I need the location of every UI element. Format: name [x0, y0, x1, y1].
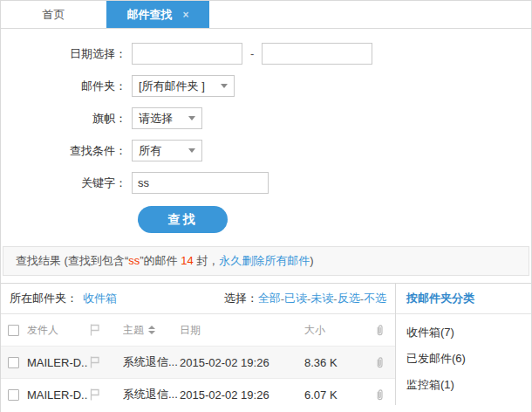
result-summary-bar: 查找结果 (查找到包含“ss”的邮件 14 封，永久删除所有邮件): [3, 246, 529, 276]
result-text-unit: 封，: [194, 254, 220, 267]
table-header-row: 发件人 主题 日期 大小: [1, 314, 395, 346]
header-subject: 主题: [123, 323, 144, 338]
current-folder-link[interactable]: 收件箱: [83, 291, 117, 306]
paperclip-icon: [374, 324, 385, 337]
sort-icon[interactable]: [148, 326, 155, 334]
result-text-prefix: 查找结果 (查找到包含“: [16, 254, 128, 267]
keyword-input[interactable]: [132, 172, 269, 194]
tab-mail-search[interactable]: 邮件查找 ×: [106, 1, 209, 28]
row-date: 2015-02-02 19:26: [180, 388, 304, 402]
row-checkbox[interactable]: [8, 389, 19, 401]
result-text-suffix: ): [310, 254, 313, 267]
keyword-label: 关键字：: [1, 175, 132, 191]
condition-select-value: 所有: [139, 143, 161, 159]
flag-icon: [88, 323, 101, 337]
row-size: 6.07 K: [304, 388, 374, 402]
select-read-link[interactable]: 已读: [284, 291, 307, 306]
folder-classification-sidebar: 按邮件夹分类 收件箱(7) 已发邮件(6) 监控箱(1): [395, 284, 531, 405]
mail-search-page: 首页 邮件查找 × 日期选择： - 邮件夹： [所有邮件夹 ] 旗帜： 请选择: [0, 0, 532, 412]
header-attachment-cell: [374, 324, 392, 337]
sidebar-item-monitor[interactable]: 监控箱(1): [406, 372, 531, 398]
condition-label: 查找条件：: [1, 143, 132, 159]
condition-row: 查找条件： 所有: [1, 140, 531, 161]
row-subject[interactable]: 系统退信...: [123, 387, 180, 402]
row-date: 2015-02-02 19:26: [180, 356, 304, 369]
date-row: 日期选择： -: [1, 43, 531, 65]
select-none-link[interactable]: 不选: [364, 291, 386, 306]
result-count: 14: [181, 254, 193, 267]
results-section: 所在邮件夹： 收件箱 选择： 全部 - 已读 - 未读 - 反选 - 不选: [1, 283, 531, 405]
header-sender[interactable]: 发件人: [27, 323, 88, 338]
search-form: 日期选择： - 邮件夹： [所有邮件夹 ] 旗帜： 请选择 查找条件： 所有: [1, 29, 531, 233]
chevron-down-icon: [188, 148, 195, 153]
select-all-link[interactable]: 全部: [258, 291, 281, 306]
row-subject[interactable]: 系统退信...: [123, 354, 180, 370]
sidebar-item-sent[interactable]: 已发邮件(6): [406, 346, 531, 372]
folder-select-value: [所有邮件夹 ]: [139, 79, 205, 94]
tab-mail-search-label: 邮件查找: [126, 7, 172, 23]
folder-label: 邮件夹：: [1, 79, 132, 94]
row-flag-cell[interactable]: [88, 355, 123, 369]
result-text-mid: ”的邮件: [140, 254, 181, 267]
folder-select[interactable]: [所有邮件夹 ]: [132, 75, 235, 97]
row-sender[interactable]: MAILER-D...: [27, 388, 88, 402]
condition-select[interactable]: 所有: [132, 140, 202, 161]
header-date[interactable]: 日期: [180, 323, 304, 338]
mail-list-area: 所在邮件夹： 收件箱 选择： 全部 - 已读 - 未读 - 反选 - 不选: [1, 284, 395, 405]
date-separator: -: [250, 47, 254, 60]
date-to-input[interactable]: [262, 43, 372, 65]
row-sender[interactable]: MAILER-D...: [27, 356, 88, 369]
tab-bar: 首页 邮件查找 ×: [1, 1, 531, 29]
delete-all-link[interactable]: 永久删除所有邮件: [219, 254, 310, 267]
sidebar-item-inbox[interactable]: 收件箱(7): [406, 319, 531, 346]
row-checkbox-cell: [8, 389, 27, 401]
result-keyword: ss: [128, 254, 140, 267]
sidebar-items: 收件箱(7) 已发邮件(6) 监控箱(1): [396, 314, 531, 398]
header-size[interactable]: 大小: [304, 323, 374, 338]
row-flag-cell[interactable]: [88, 388, 123, 402]
flag-label: 旗帜：: [1, 111, 132, 127]
flag-select[interactable]: 请选择: [132, 107, 202, 129]
header-subject-cell[interactable]: 主题: [123, 323, 180, 338]
row-size: 8.36 K: [304, 356, 374, 369]
flag-icon: [88, 388, 101, 402]
paperclip-icon: [374, 356, 385, 369]
date-label: 日期选择：: [1, 46, 132, 62]
chevron-down-icon: [188, 116, 195, 120]
tab-home-label: 首页: [43, 7, 65, 23]
row-checkbox-cell: [8, 357, 27, 368]
chevron-down-icon: [221, 84, 228, 88]
header-checkbox-cell: [8, 325, 27, 336]
table-row[interactable]: MAILER-D... 系统退信... 2015-02-02 19:26 8.3…: [1, 346, 395, 378]
select-unread-link[interactable]: 未读: [310, 291, 333, 306]
keyword-row: 关键字：: [1, 172, 531, 194]
select-all-checkbox[interactable]: [8, 325, 19, 336]
flag-row: 旗帜： 请选择: [1, 107, 531, 129]
search-button[interactable]: 查找: [138, 206, 228, 233]
sidebar-title: 按邮件夹分类: [396, 284, 531, 314]
selection-links: 选择： 全部 - 已读 - 未读 - 反选 - 不选: [224, 291, 386, 306]
row-attachment-cell: [374, 356, 392, 369]
flag-icon: [88, 355, 101, 369]
date-from-input[interactable]: [132, 43, 242, 65]
folder-row: 邮件夹： [所有邮件夹 ]: [1, 75, 531, 97]
row-checkbox[interactable]: [8, 357, 19, 368]
row-attachment-cell: [374, 388, 392, 402]
current-folder-label: 所在邮件夹：: [10, 291, 78, 306]
table-row[interactable]: MAILER-D... 系统退信... 2015-02-02 19:26 6.0…: [1, 378, 395, 410]
paperclip-icon: [374, 388, 385, 402]
tab-home[interactable]: 首页: [1, 1, 106, 28]
select-label: 选择：: [224, 291, 258, 306]
close-icon[interactable]: ×: [182, 9, 188, 21]
flag-select-value: 请选择: [139, 111, 173, 127]
select-invert-link[interactable]: 反选: [338, 291, 360, 306]
header-flag-cell[interactable]: [88, 323, 123, 337]
list-toolbar: 所在邮件夹： 收件箱 选择： 全部 - 已读 - 未读 - 反选 - 不选: [1, 284, 395, 314]
